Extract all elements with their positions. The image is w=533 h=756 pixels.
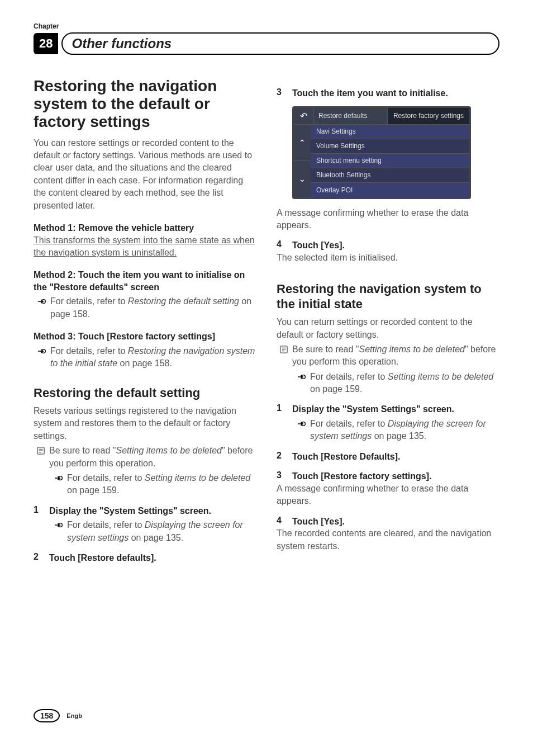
step1-ref-text: For details, refer to Displaying the scr… [67,519,256,544]
step-2: 2 Touch [Restore defaults]. [34,552,256,564]
chapter-title: Other functions [72,36,172,51]
intro-paragraph: You can restore settings or recorded con… [34,137,256,212]
step-text: Display the "System Settings" screen. [292,403,499,415]
note-ref-text-right: For details, refer to Setting items to b… [310,371,499,396]
step-3-right: 3 Touch [Restore factory settings]. [277,470,499,483]
page-number: 158 [34,709,60,722]
step-1-right: 1 Display the "System Settings" screen. [277,403,499,415]
chapter-header: 28 Other functions [34,32,499,55]
scroll-up-icon[interactable]: ⌃ [294,125,311,162]
step-number: 3 [277,87,284,97]
step-number: 4 [277,239,284,249]
step-4-right: 4 Touch [Yes]. [277,516,499,528]
list-item[interactable]: Volume Settings [311,139,469,154]
arrow-right-icon [37,345,46,358]
back-icon[interactable]: ↶ [294,108,314,124]
step1-ref: For details, refer to Displaying the scr… [34,519,256,544]
list-item[interactable]: Overlay POI [311,183,469,197]
step-text: Touch [Restore factory settings]. [292,470,499,483]
after-screenshot-text: A message confirming whether to erase th… [277,207,499,232]
page-footer: 158 Engb [34,709,82,722]
step-text: Touch the item you want to initialise. [292,87,499,100]
method2-ref-text: For details, refer to Restoring the defa… [50,295,256,320]
step-text: Display the "System Settings" screen. [49,505,256,517]
list-item[interactable]: Navi Settings [311,125,469,139]
step3-body-right: A message confirming whether to erase th… [277,483,499,508]
method3-ref: For details, refer to Restoring the navi… [34,345,256,370]
step-number: 2 [277,451,284,461]
language-code: Engb [66,712,82,719]
default-setting-intro: Resets various settings registered to th… [34,405,256,442]
step-text: Touch [Yes]. [292,516,499,528]
screenshot-header: ↶ Restore defaults Restore factory setti… [294,108,469,125]
note-ref: For details, refer to Setting items to b… [34,472,256,497]
note-icon [37,445,45,457]
arrow-right-icon [297,371,306,384]
note-row-right: Be sure to read "Setting items to be del… [277,343,499,368]
method1-title: Method 1: Remove the vehicle battery [34,222,256,234]
screenshot-scroll-nav: ⌃ ⌄ [294,125,311,197]
right-column: 3 Touch the item you want to initialise.… [277,77,499,564]
note-row: Be sure to read "Setting items to be del… [34,445,256,470]
list-item[interactable]: Shortcut menu setting [311,154,469,168]
step4-body-right: The recorded contents are cleared, and t… [277,527,499,552]
step-1: 1 Display the "System Settings" screen. [34,505,256,517]
arrow-right-icon [54,472,63,485]
scroll-down-icon[interactable]: ⌄ [294,161,311,197]
step1-ref-right: For details, refer to Displaying the scr… [277,418,499,443]
step-number: 2 [34,552,41,562]
step1-ref-text-right: For details, refer to Displaying the scr… [310,418,499,443]
step-3: 3 Touch the item you want to initialise. [277,87,499,100]
method3-title: Method 3: Touch [Restore factory setting… [34,330,256,343]
left-column: Restoring the navigation system to the d… [34,77,256,564]
step-text: Touch [Yes]. [292,239,499,252]
note-text-right: Be sure to read "Setting items to be del… [292,343,499,368]
initial-state-intro: You can return settings or recorded cont… [277,316,499,341]
step-text: Touch [Restore Defaults]. [292,451,499,463]
ui-screenshot-restore-defaults: ↶ Restore defaults Restore factory setti… [292,106,471,199]
note-ref-right: For details, refer to Setting items to b… [277,371,499,396]
arrow-right-icon [54,519,63,532]
step-number: 4 [277,516,284,526]
arrow-right-icon [37,295,46,308]
note-text: Be sure to read "Setting items to be del… [49,445,256,470]
arrow-right-icon [297,418,306,431]
step-number: 1 [277,403,284,413]
screenshot-list: Navi Settings Volume Settings Shortcut m… [311,125,469,197]
restore-factory-settings-button[interactable]: Restore factory settings [387,108,469,124]
list-item[interactable]: Bluetooth Settings [311,168,469,183]
step-number: 3 [277,470,284,480]
method2-ref: For details, refer to Restoring the defa… [34,295,256,320]
screenshot-title: Restore defaults [314,108,387,124]
step-number: 1 [34,505,41,515]
chapter-label: Chapter [34,22,499,30]
subsection-heading-default-setting: Restoring the default setting [34,386,256,400]
step-4: 4 Touch [Yes]. [277,239,499,252]
chapter-number-badge: 28 [34,33,58,54]
chapter-title-pill: Other functions [61,32,499,55]
subsection-heading-initial-state: Restoring the navigation system to the i… [277,282,499,311]
section-heading-restore-defaults: Restoring the navigation system to the d… [34,77,256,131]
note-icon [280,343,288,356]
note-ref-text: For details, refer to Setting items to b… [67,472,256,497]
method3-ref-text: For details, refer to Restoring the navi… [50,345,256,370]
step4-body: The selected item is initialised. [277,252,499,264]
method1-body: This transforms the system into the same… [34,234,256,259]
method2-title: Method 2: Touch the item you want to ini… [34,269,256,293]
step-text: Touch [Restore defaults]. [49,552,256,564]
step-2-right: 2 Touch [Restore Defaults]. [277,451,499,463]
